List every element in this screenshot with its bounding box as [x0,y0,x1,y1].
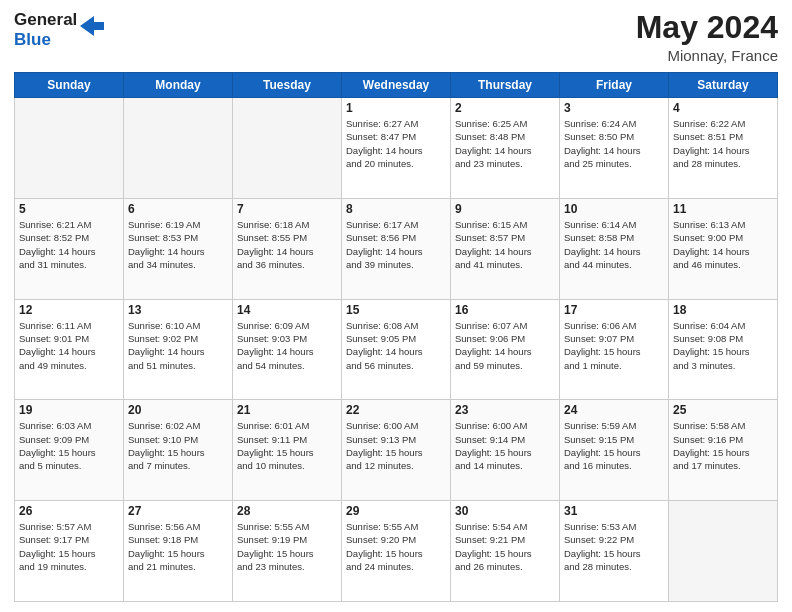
day-number: 28 [237,504,337,518]
day-info: Sunrise: 6:17 AMSunset: 8:56 PMDaylight:… [346,218,446,271]
day-info: Sunrise: 6:19 AMSunset: 8:53 PMDaylight:… [128,218,228,271]
table-row: 2Sunrise: 6:25 AMSunset: 8:48 PMDaylight… [451,98,560,199]
day-number: 11 [673,202,773,216]
day-info: Sunrise: 6:21 AMSunset: 8:52 PMDaylight:… [19,218,119,271]
day-info: Sunrise: 6:03 AMSunset: 9:09 PMDaylight:… [19,419,119,472]
calendar-week-row: 1Sunrise: 6:27 AMSunset: 8:47 PMDaylight… [15,98,778,199]
day-info: Sunrise: 6:09 AMSunset: 9:03 PMDaylight:… [237,319,337,372]
day-number: 24 [564,403,664,417]
day-info: Sunrise: 6:25 AMSunset: 8:48 PMDaylight:… [455,117,555,170]
day-number: 25 [673,403,773,417]
table-row [124,98,233,199]
day-number: 29 [346,504,446,518]
day-number: 27 [128,504,228,518]
day-info: Sunrise: 6:18 AMSunset: 8:55 PMDaylight:… [237,218,337,271]
table-row: 1Sunrise: 6:27 AMSunset: 8:47 PMDaylight… [342,98,451,199]
calendar-week-row: 12Sunrise: 6:11 AMSunset: 9:01 PMDayligh… [15,299,778,400]
table-row: 26Sunrise: 5:57 AMSunset: 9:17 PMDayligh… [15,501,124,602]
day-info: Sunrise: 5:54 AMSunset: 9:21 PMDaylight:… [455,520,555,573]
day-info: Sunrise: 5:58 AMSunset: 9:16 PMDaylight:… [673,419,773,472]
weekday-header-row: Sunday Monday Tuesday Wednesday Thursday… [15,73,778,98]
day-number: 7 [237,202,337,216]
day-info: Sunrise: 6:02 AMSunset: 9:10 PMDaylight:… [128,419,228,472]
table-row: 29Sunrise: 5:55 AMSunset: 9:20 PMDayligh… [342,501,451,602]
day-number: 15 [346,303,446,317]
table-row: 8Sunrise: 6:17 AMSunset: 8:56 PMDaylight… [342,198,451,299]
table-row: 24Sunrise: 5:59 AMSunset: 9:15 PMDayligh… [560,400,669,501]
table-row: 4Sunrise: 6:22 AMSunset: 8:51 PMDaylight… [669,98,778,199]
logo-arrow-icon [80,16,104,40]
col-thursday: Thursday [451,73,560,98]
day-number: 13 [128,303,228,317]
day-number: 3 [564,101,664,115]
table-row: 11Sunrise: 6:13 AMSunset: 9:00 PMDayligh… [669,198,778,299]
table-row: 27Sunrise: 5:56 AMSunset: 9:18 PMDayligh… [124,501,233,602]
day-info: Sunrise: 5:53 AMSunset: 9:22 PMDaylight:… [564,520,664,573]
day-number: 20 [128,403,228,417]
subtitle: Mionnay, France [636,47,778,64]
day-number: 1 [346,101,446,115]
day-number: 12 [19,303,119,317]
day-number: 8 [346,202,446,216]
day-number: 14 [237,303,337,317]
day-info: Sunrise: 5:55 AMSunset: 9:19 PMDaylight:… [237,520,337,573]
table-row: 22Sunrise: 6:00 AMSunset: 9:13 PMDayligh… [342,400,451,501]
table-row: 25Sunrise: 5:58 AMSunset: 9:16 PMDayligh… [669,400,778,501]
logo-general: General [14,10,77,30]
day-info: Sunrise: 6:11 AMSunset: 9:01 PMDaylight:… [19,319,119,372]
day-number: 23 [455,403,555,417]
day-info: Sunrise: 6:04 AMSunset: 9:08 PMDaylight:… [673,319,773,372]
day-number: 19 [19,403,119,417]
table-row: 7Sunrise: 6:18 AMSunset: 8:55 PMDaylight… [233,198,342,299]
page: General Blue May 2024 Mionnay, France Su… [0,0,792,612]
day-info: Sunrise: 5:56 AMSunset: 9:18 PMDaylight:… [128,520,228,573]
logo: General Blue [14,10,104,49]
day-info: Sunrise: 6:10 AMSunset: 9:02 PMDaylight:… [128,319,228,372]
table-row: 15Sunrise: 6:08 AMSunset: 9:05 PMDayligh… [342,299,451,400]
table-row: 10Sunrise: 6:14 AMSunset: 8:58 PMDayligh… [560,198,669,299]
day-number: 10 [564,202,664,216]
table-row [233,98,342,199]
table-row: 12Sunrise: 6:11 AMSunset: 9:01 PMDayligh… [15,299,124,400]
col-saturday: Saturday [669,73,778,98]
day-number: 26 [19,504,119,518]
day-number: 18 [673,303,773,317]
day-number: 4 [673,101,773,115]
table-row: 20Sunrise: 6:02 AMSunset: 9:10 PMDayligh… [124,400,233,501]
day-number: 22 [346,403,446,417]
table-row: 21Sunrise: 6:01 AMSunset: 9:11 PMDayligh… [233,400,342,501]
day-info: Sunrise: 6:14 AMSunset: 8:58 PMDaylight:… [564,218,664,271]
calendar-week-row: 26Sunrise: 5:57 AMSunset: 9:17 PMDayligh… [15,501,778,602]
day-number: 2 [455,101,555,115]
table-row: 19Sunrise: 6:03 AMSunset: 9:09 PMDayligh… [15,400,124,501]
col-wednesday: Wednesday [342,73,451,98]
table-row: 23Sunrise: 6:00 AMSunset: 9:14 PMDayligh… [451,400,560,501]
calendar-week-row: 19Sunrise: 6:03 AMSunset: 9:09 PMDayligh… [15,400,778,501]
col-friday: Friday [560,73,669,98]
main-title: May 2024 [636,10,778,45]
day-info: Sunrise: 6:07 AMSunset: 9:06 PMDaylight:… [455,319,555,372]
svg-marker-0 [80,16,104,36]
table-row: 6Sunrise: 6:19 AMSunset: 8:53 PMDaylight… [124,198,233,299]
day-number: 16 [455,303,555,317]
table-row: 9Sunrise: 6:15 AMSunset: 8:57 PMDaylight… [451,198,560,299]
title-area: May 2024 Mionnay, France [636,10,778,64]
day-info: Sunrise: 6:27 AMSunset: 8:47 PMDaylight:… [346,117,446,170]
table-row: 30Sunrise: 5:54 AMSunset: 9:21 PMDayligh… [451,501,560,602]
day-info: Sunrise: 5:55 AMSunset: 9:20 PMDaylight:… [346,520,446,573]
table-row [15,98,124,199]
table-row: 16Sunrise: 6:07 AMSunset: 9:06 PMDayligh… [451,299,560,400]
table-row: 3Sunrise: 6:24 AMSunset: 8:50 PMDaylight… [560,98,669,199]
table-row: 31Sunrise: 5:53 AMSunset: 9:22 PMDayligh… [560,501,669,602]
day-number: 6 [128,202,228,216]
table-row: 13Sunrise: 6:10 AMSunset: 9:02 PMDayligh… [124,299,233,400]
col-monday: Monday [124,73,233,98]
day-info: Sunrise: 5:59 AMSunset: 9:15 PMDaylight:… [564,419,664,472]
day-number: 5 [19,202,119,216]
day-info: Sunrise: 6:01 AMSunset: 9:11 PMDaylight:… [237,419,337,472]
table-row: 17Sunrise: 6:06 AMSunset: 9:07 PMDayligh… [560,299,669,400]
day-info: Sunrise: 6:08 AMSunset: 9:05 PMDaylight:… [346,319,446,372]
day-info: Sunrise: 6:06 AMSunset: 9:07 PMDaylight:… [564,319,664,372]
table-row: 5Sunrise: 6:21 AMSunset: 8:52 PMDaylight… [15,198,124,299]
calendar-table: Sunday Monday Tuesday Wednesday Thursday… [14,72,778,602]
